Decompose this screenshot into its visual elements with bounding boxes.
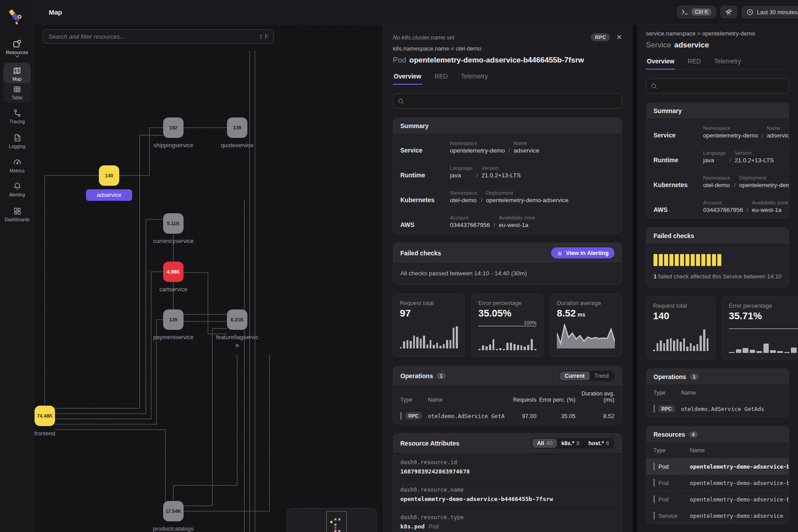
- view-in-alerting-button[interactable]: View in Alerting: [551, 247, 614, 258]
- attribute-filter-all[interactable]: All40: [532, 439, 557, 448]
- failed-check-segment[interactable]: [685, 254, 689, 266]
- tab-telemetry[interactable]: Telemetry: [713, 58, 742, 69]
- field-key: Version: [735, 150, 774, 156]
- resources-icon: [12, 39, 22, 48]
- failed-check-segment[interactable]: [664, 254, 668, 266]
- attribute-filter-host[interactable]: host.*6: [584, 439, 614, 448]
- minimap-viewport[interactable]: [326, 511, 347, 532]
- count-badge: 1: [437, 373, 446, 379]
- summary-section: Summary ServiceNamespaceopentelemetry-de…: [393, 117, 622, 234]
- failed-check-segment[interactable]: [691, 254, 695, 266]
- toggle-current[interactable]: Current: [560, 372, 590, 380]
- service-map-canvas[interactable]: 192shippingservice139quoteservice140adse…: [34, 24, 382, 532]
- tab-telemetry[interactable]: Telemetry: [460, 73, 489, 84]
- table-icon: [13, 85, 21, 94]
- map-node-adservice[interactable]: 140: [99, 165, 119, 186]
- failed-check-segment[interactable]: [653, 254, 657, 266]
- summary-field: Languagejava: [703, 150, 726, 164]
- time-range-button[interactable]: Last 30 minutes: [742, 6, 798, 18]
- spark-bar: [534, 349, 536, 350]
- field-separator: /: [730, 182, 739, 188]
- resource-row[interactable]: Serviceopentelemetry-demo:adservice: [646, 507, 789, 524]
- failed-check-segment[interactable]: [707, 254, 711, 266]
- resources-section: Resources 4 Type Name Requests Podopente…: [646, 426, 789, 524]
- failed-check-segment[interactable]: [680, 254, 684, 266]
- dash0-logo-icon[interactable]: [6, 5, 26, 25]
- operation-row[interactable]: RPCoteldemo.AdService GetAds97.0035.058.…: [393, 407, 622, 424]
- failed-check-segment[interactable]: [669, 254, 673, 266]
- map-node-frontend[interactable]: 74.48K: [35, 406, 55, 426]
- toggle-trend[interactable]: Trend: [590, 372, 614, 380]
- field-value: adservice: [514, 147, 540, 154]
- spark-bar: [433, 345, 434, 348]
- sidebar-item-metrics[interactable]: Metrics: [0, 158, 34, 173]
- operation-name: oteldemo.AdService GetAds: [428, 413, 505, 419]
- map-node-quoteservice[interactable]: 139: [227, 117, 247, 138]
- spark-bar: [410, 341, 411, 348]
- minimap-node-dot: [330, 521, 332, 523]
- resource-row[interactable]: Podopentelemetry-demo-adservice-b…43.00: [646, 474, 789, 491]
- minimap[interactable]: [287, 508, 377, 532]
- map-node-label-paymentservice: paymentservice: [145, 333, 202, 341]
- field-key: Availability zone: [499, 215, 535, 220]
- metric-card-error-percentage: Error percentage 35.71% 100%: [722, 296, 798, 360]
- sidebar-item-table[interactable]: Table: [0, 85, 34, 100]
- command-palette-button[interactable]: Ctrl K: [677, 6, 716, 18]
- section-title: Resource Attributes: [400, 440, 459, 447]
- resource-row[interactable]: Podopentelemetry-demo-adservice-b…97.00: [646, 458, 789, 474]
- service-panel-search[interactable]: [646, 78, 789, 94]
- map-node-label-currencyservice: currencyservice: [145, 237, 202, 245]
- sidebar-item-logging[interactable]: Logging: [0, 133, 34, 149]
- spark-bar: [416, 337, 418, 348]
- attribute-filter-k8s[interactable]: k8s.*8: [557, 439, 584, 448]
- map-node-paymentservice[interactable]: 139: [163, 309, 184, 330]
- map-node-currencyservice[interactable]: 5.11K: [163, 213, 184, 234]
- map-search-bar[interactable]: ⇧ F: [43, 29, 274, 44]
- failed-check-segment[interactable]: [717, 254, 721, 266]
- map-node-featureflagservice[interactable]: 6.21K: [227, 309, 247, 330]
- map-node-label-adservice[interactable]: adservice: [86, 189, 132, 201]
- failed-check-segment[interactable]: [659, 254, 663, 266]
- resource-row[interactable]: Podopentelemetry-demo-adservice-b…: [646, 491, 789, 507]
- sidebar-item-dashboards[interactable]: Dashboards: [0, 207, 34, 222]
- failed-check-segment[interactable]: [701, 254, 705, 266]
- failed-check-segment[interactable]: [675, 254, 679, 266]
- failed-check-segment[interactable]: [712, 254, 716, 266]
- pod-search-input[interactable]: [408, 98, 617, 105]
- sidebar-item-map[interactable]: Map: [0, 66, 34, 82]
- pod-panel-search[interactable]: [393, 94, 622, 109]
- map-node-shippingservice[interactable]: 192: [163, 117, 184, 138]
- tab-overview[interactable]: Overview: [646, 58, 675, 70]
- map-node-productcatalogservice[interactable]: 17.54K: [163, 501, 184, 521]
- failed-check-segment[interactable]: [696, 254, 700, 266]
- resource-type: Pod: [658, 463, 669, 470]
- service-search-input[interactable]: [661, 83, 784, 90]
- request-total-sparkline: [653, 326, 708, 351]
- dashboards-icon: [13, 207, 22, 215]
- tab-overview[interactable]: Overview: [393, 73, 422, 85]
- tab-red[interactable]: RED: [687, 58, 702, 69]
- summary-field: Deploymentopentelemetry-demo-adservice: [486, 190, 568, 203]
- map-edge: [194, 200, 244, 532]
- spark-bar: [690, 343, 692, 351]
- sidebar-item-resources[interactable]: Resources: [0, 39, 34, 59]
- sidebar-item-tracing[interactable]: Tracing: [0, 109, 34, 124]
- logging-icon: [13, 133, 22, 142]
- map-edges: [34, 24, 382, 532]
- map-node-cartservice[interactable]: 4.98K: [163, 262, 184, 282]
- sidebar-item-alerting[interactable]: Alerting: [0, 182, 34, 197]
- close-icon[interactable]: ✕: [616, 33, 622, 41]
- map-search-input[interactable]: [48, 33, 258, 40]
- tab-red[interactable]: RED: [434, 73, 449, 84]
- operation-row[interactable]: RPCoteldemo.AdService GetAds140.00: [646, 400, 789, 417]
- field-value: java: [450, 172, 473, 179]
- field-key: Name: [767, 125, 789, 131]
- telescope-button[interactable]: [720, 6, 737, 18]
- count-badge: 4: [689, 431, 698, 438]
- field-key: Namespace: [450, 141, 505, 146]
- error-percentage-sparkline: [478, 331, 536, 350]
- attribute-key: dash0.resource.name: [400, 486, 614, 493]
- spark-bar: [423, 336, 425, 348]
- field-key: Name: [514, 141, 540, 146]
- field-separator: /: [726, 157, 735, 164]
